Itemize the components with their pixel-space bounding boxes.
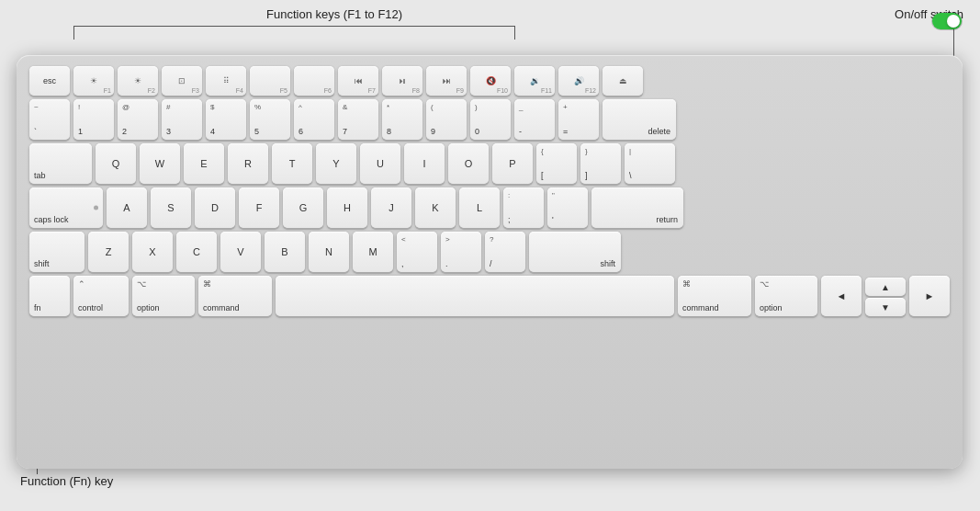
key-option-left[interactable]: ⌥ option	[132, 276, 195, 316]
key-1[interactable]: !1	[73, 99, 114, 140]
key-v[interactable]: V	[220, 232, 261, 272]
switch-toggle[interactable]	[932, 13, 962, 29]
key-minus[interactable]: _-	[514, 99, 555, 140]
function-key-row: esc ☀F1 ☀F2 ⊡F3 ⠿F4 F5 F6 ⏮F7 ⏯F8 ⏭F9 🔇F…	[29, 66, 950, 96]
key-spacebar[interactable]	[276, 276, 674, 316]
key-f[interactable]: F	[239, 187, 279, 228]
key-c[interactable]: C	[176, 232, 217, 272]
key-s[interactable]: S	[151, 187, 191, 228]
key-arrow-right[interactable]: ►	[909, 276, 950, 316]
zxcv-row: shift Z X C V B N M <, >. ?/ shift	[29, 232, 950, 272]
key-f11[interactable]: 🔉F11	[514, 66, 555, 96]
key-shift-right[interactable]: shift	[529, 232, 621, 272]
function-keys-line	[73, 26, 514, 27]
function-keys-line-left	[73, 26, 74, 40]
key-return[interactable]: return	[591, 187, 683, 228]
fn-key-label: Function (Fn) key	[20, 474, 113, 488]
key-d[interactable]: D	[195, 187, 235, 228]
key-x[interactable]: X	[132, 232, 173, 272]
key-0[interactable]: )0	[470, 99, 511, 140]
key-command-left[interactable]: ⌘ command	[198, 276, 272, 316]
key-f12[interactable]: 🔊F12	[558, 66, 599, 96]
key-f10[interactable]: 🔇F10	[470, 66, 511, 96]
key-backtick[interactable]: ~`	[29, 99, 70, 140]
keyboard: esc ☀F1 ☀F2 ⊡F3 ⠿F4 F5 F6 ⏮F7 ⏯F8 ⏭F9 🔇F…	[17, 55, 963, 469]
key-p[interactable]: P	[492, 143, 533, 184]
function-keys-line-right	[514, 26, 515, 40]
key-q[interactable]: Q	[96, 143, 136, 184]
key-caps-lock[interactable]: caps lock	[29, 187, 103, 228]
key-slash[interactable]: ?/	[485, 232, 525, 272]
key-tab[interactable]: tab	[29, 143, 92, 184]
key-5[interactable]: %5	[250, 99, 290, 140]
key-backslash[interactable]: |\	[625, 143, 675, 184]
function-keys-label: Function keys (F1 to F12)	[266, 7, 402, 21]
key-eject[interactable]: ⏏	[603, 66, 643, 96]
qwerty-row: tab Q W E R T Y U I O P {[ }] |\	[29, 143, 950, 184]
key-g[interactable]: G	[283, 187, 323, 228]
key-bracket-right[interactable]: }]	[580, 143, 621, 184]
key-r[interactable]: R	[228, 143, 268, 184]
key-command-right[interactable]: ⌘ command	[678, 276, 751, 316]
key-i[interactable]: I	[404, 143, 445, 184]
key-f1[interactable]: ☀F1	[73, 66, 114, 96]
key-h[interactable]: H	[327, 187, 367, 228]
key-t[interactable]: T	[272, 143, 312, 184]
key-7[interactable]: &7	[338, 99, 378, 140]
arrow-key-cluster: ◄ ▲ ▼ ►	[821, 276, 950, 316]
key-a[interactable]: A	[107, 187, 147, 228]
key-w[interactable]: W	[140, 143, 180, 184]
key-6[interactable]: ^6	[294, 99, 334, 140]
key-quote[interactable]: "'	[547, 187, 588, 228]
key-n[interactable]: N	[309, 232, 349, 272]
number-row: ~` !1 @2 #3 $4 %5 ^6 &7 *8 (9 )0 _- += d…	[29, 99, 950, 140]
key-f5[interactable]: F5	[250, 66, 290, 96]
key-fn[interactable]: fn	[29, 276, 70, 316]
key-b[interactable]: B	[265, 232, 305, 272]
key-f2[interactable]: ☀F2	[118, 66, 158, 96]
key-u[interactable]: U	[360, 143, 400, 184]
key-3[interactable]: #3	[162, 99, 202, 140]
key-arrow-left[interactable]: ◄	[821, 276, 862, 316]
key-y[interactable]: Y	[316, 143, 356, 184]
bottom-row: fn ⌃ control ⌥ option ⌘ command ⌘ comman…	[29, 276, 950, 316]
key-l[interactable]: L	[459, 187, 500, 228]
key-arrow-up[interactable]: ▲	[865, 278, 906, 296]
key-j[interactable]: J	[371, 187, 411, 228]
key-8[interactable]: *8	[382, 99, 422, 140]
key-9[interactable]: (9	[426, 99, 467, 140]
arrow-up-down-group: ▲ ▼	[865, 278, 906, 316]
key-o[interactable]: O	[448, 143, 489, 184]
key-esc[interactable]: esc	[29, 66, 70, 96]
key-equals[interactable]: +=	[558, 99, 599, 140]
key-4[interactable]: $4	[206, 99, 246, 140]
key-bracket-left[interactable]: {[	[536, 143, 577, 184]
key-f8[interactable]: ⏯F8	[382, 66, 422, 96]
key-period[interactable]: >.	[441, 232, 481, 272]
key-f7[interactable]: ⏮F7	[338, 66, 378, 96]
key-k[interactable]: K	[415, 187, 456, 228]
key-f4[interactable]: ⠿F4	[206, 66, 246, 96]
key-semicolon[interactable]: :;	[503, 187, 544, 228]
key-f6[interactable]: F6	[294, 66, 334, 96]
key-delete[interactable]: delete	[603, 99, 676, 140]
key-f3[interactable]: ⊡F3	[162, 66, 202, 96]
key-f9[interactable]: ⏭F9	[426, 66, 467, 96]
key-2[interactable]: @2	[118, 99, 158, 140]
onoff-switch[interactable]	[932, 13, 962, 29]
key-e[interactable]: E	[184, 143, 224, 184]
key-shift-left[interactable]: shift	[29, 232, 84, 272]
key-arrow-down[interactable]: ▼	[865, 298, 906, 316]
key-option-right[interactable]: ⌥ option	[755, 276, 817, 316]
key-control[interactable]: ⌃ control	[73, 276, 129, 316]
key-m[interactable]: M	[353, 232, 393, 272]
asdf-row: caps lock A S D F G H J K L :; "' return	[29, 187, 950, 228]
key-comma[interactable]: <,	[397, 232, 437, 272]
key-z[interactable]: Z	[88, 232, 129, 272]
